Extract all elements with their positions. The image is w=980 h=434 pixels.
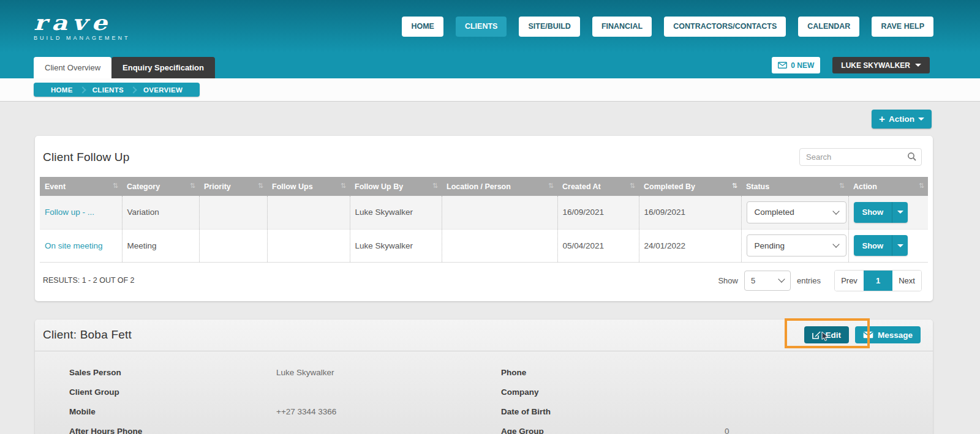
follow-up-by-cell: Luke Skywalker	[350, 196, 442, 229]
category-cell: Meeting	[122, 229, 199, 262]
envelope-icon	[863, 331, 873, 339]
entries-per-page: Show 5 entries	[718, 271, 821, 291]
field-label: Client Group	[69, 387, 276, 398]
col-header-follow-up-by[interactable]: Follow Up By⇅	[350, 177, 442, 196]
col-header-follow-ups[interactable]: Follow Ups⇅	[267, 177, 350, 196]
show-dropdown-toggle[interactable]	[892, 235, 908, 256]
follow-ups-cell	[267, 196, 350, 229]
tab-enquiry-specification[interactable]: Enquiry Specification	[111, 57, 215, 78]
col-header-status[interactable]: Status⇅	[741, 177, 848, 196]
col-header-priority[interactable]: Priority⇅	[199, 177, 267, 196]
field-row: Date of Birth	[501, 406, 933, 417]
sort-icon[interactable]: ⇅	[190, 182, 195, 190]
tab-client-overview[interactable]: Client Overview	[34, 57, 111, 78]
field-row: Company	[501, 387, 933, 398]
search-input[interactable]	[799, 148, 922, 166]
status-value: Pending	[755, 241, 785, 250]
edit-client-button[interactable]: Edit	[804, 326, 849, 343]
sort-icon-active[interactable]: ⇅	[732, 182, 737, 190]
status-select[interactable]: Pending	[747, 234, 846, 256]
field-label: Date of Birth	[501, 406, 725, 417]
entries-select[interactable]: 5	[744, 271, 791, 291]
col-header-completed-by[interactable]: Completed By⇅	[639, 177, 741, 196]
col-header-created-at[interactable]: Created At⇅	[557, 177, 639, 196]
nav-site-build[interactable]: SITE/BUILD	[519, 17, 579, 37]
status-select[interactable]: Completed	[747, 201, 846, 223]
chevron-down-icon	[897, 211, 903, 214]
field-row: Sales Person Luke Skywalker	[69, 367, 501, 378]
breadcrumb-clients[interactable]: CLIENTS	[85, 86, 131, 94]
panel-title: Client Follow Up	[43, 151, 130, 164]
location-person-cell	[442, 196, 557, 229]
edit-button-label: Edit	[825, 331, 841, 340]
field-label: Sales Person	[69, 367, 276, 378]
event-link[interactable]: On site meeting	[45, 241, 103, 250]
client-header-buttons: Edit Message	[804, 326, 921, 343]
field-row: Phone	[501, 367, 933, 378]
chevron-down-icon	[915, 64, 921, 67]
edit-icon	[812, 331, 821, 339]
page-tabs: Client Overview Enquiry Specification	[34, 57, 215, 78]
event-link[interactable]: Follow up - ...	[45, 208, 94, 217]
chevron-down-icon	[832, 241, 839, 247]
status-value: Completed	[755, 208, 794, 217]
sort-icon[interactable]: ⇅	[919, 182, 924, 190]
sort-icon[interactable]: ⇅	[341, 182, 346, 190]
priority-cell	[199, 196, 267, 229]
col-header-action[interactable]: Action⇅	[848, 177, 928, 196]
search-icon	[907, 152, 917, 162]
completed-by-cell: 16/09/2021	[639, 196, 741, 229]
breadcrumb-home[interactable]: HOME	[43, 86, 80, 94]
priority-cell	[199, 229, 267, 262]
page-number-button[interactable]: 1	[864, 271, 892, 291]
client-details-right-column: Phone Company Date of Birth Age Group 0	[501, 367, 933, 434]
user-menu-button[interactable]: LUKE SKYWALKER	[832, 57, 930, 73]
sort-icon[interactable]: ⇅	[258, 182, 263, 190]
table-header-row: Event⇅ Category⇅ Priority⇅ Follow Ups⇅ F…	[40, 177, 928, 196]
main-nav: HOME CLIENTS SITE/BUILD FINANCIAL CONTRA…	[402, 17, 933, 37]
messages-button[interactable]: 0 NEW	[772, 57, 820, 73]
nav-financial[interactable]: FINANCIAL	[592, 17, 652, 37]
show-button[interactable]: Show	[854, 235, 892, 256]
show-dropdown-toggle[interactable]	[892, 202, 908, 223]
field-label: After Hours Phone	[69, 426, 276, 434]
breadcrumb-bar: HOME CLIENTS OVERVIEW	[0, 78, 980, 102]
show-button[interactable]: Show	[854, 202, 892, 223]
user-name-label: LUKE SKYWALKER	[841, 61, 910, 70]
nav-contractors-contacts[interactable]: CONTRACTORS/CONTACTS	[664, 17, 786, 37]
table-row: Follow up - ... Variation Luke Skywalker…	[40, 196, 928, 229]
breadcrumb-overview[interactable]: OVERVIEW	[136, 86, 190, 94]
sort-icon[interactable]: ⇅	[113, 182, 118, 190]
sort-icon[interactable]: ⇅	[432, 182, 438, 190]
field-label: Mobile	[69, 406, 276, 417]
nav-clients[interactable]: CLIENTS	[456, 17, 507, 37]
nav-home[interactable]: HOME	[402, 17, 443, 37]
nav-calendar[interactable]: CALENDAR	[798, 17, 859, 37]
next-page-button[interactable]: Next	[892, 271, 921, 291]
col-header-event[interactable]: Event⇅	[40, 177, 122, 196]
logo-subtitle: BUILD MANAGEMENT	[34, 35, 130, 41]
action-button-label: Action	[889, 114, 914, 124]
sort-icon[interactable]: ⇅	[548, 182, 554, 190]
col-header-location-person[interactable]: Location / Person⇅	[442, 177, 557, 196]
sort-icon[interactable]: ⇅	[839, 182, 845, 190]
client-detail-panel: Client: Boba Fett Edit	[35, 320, 933, 434]
field-value: 0	[725, 426, 729, 434]
message-client-button[interactable]: Message	[855, 326, 921, 343]
prev-page-button[interactable]: Prev	[835, 271, 864, 291]
results-count: RESULTS: 1 - 2 OUT OF 2	[43, 276, 718, 285]
created-at-cell: 05/04/2021	[557, 229, 639, 262]
client-follow-up-panel: Client Follow Up Event⇅ Category⇅ Priori…	[35, 136, 933, 301]
nav-rave-help[interactable]: RAVE HELP	[872, 17, 933, 37]
entries-label: entries	[797, 276, 821, 285]
action-row: + Action	[0, 110, 980, 129]
field-label: Phone	[501, 367, 725, 378]
sort-icon[interactable]: ⇅	[630, 182, 635, 190]
action-dropdown-button[interactable]: + Action	[872, 110, 932, 129]
message-button-label: Message	[878, 331, 913, 340]
col-header-category[interactable]: Category⇅	[122, 177, 199, 196]
client-details: Sales Person Luke Skywalker Client Group…	[35, 351, 933, 434]
main-content: + Action Client Follow Up Event⇅	[0, 102, 980, 434]
messages-count-label: 0 NEW	[791, 61, 814, 70]
chevron-down-icon	[778, 275, 785, 282]
